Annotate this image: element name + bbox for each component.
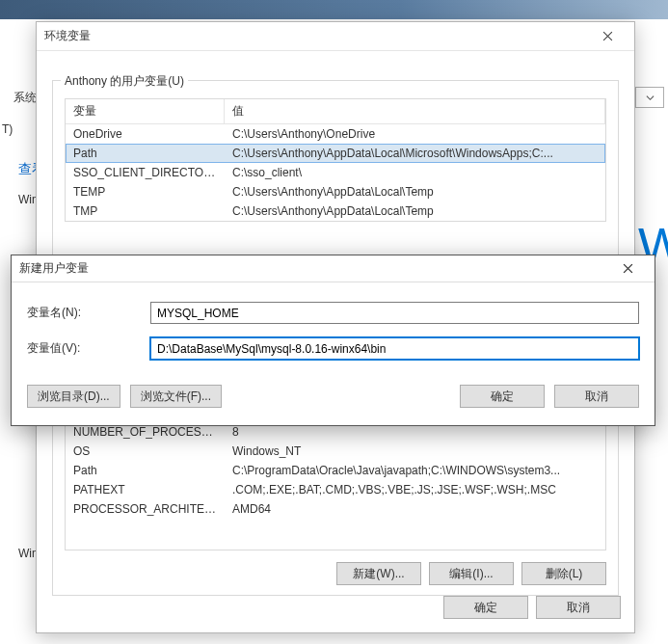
env-titlebar: 环境变量 bbox=[37, 22, 634, 51]
table-row[interactable]: PROCESSOR_ARCHITECT...AMD64 bbox=[66, 499, 605, 519]
name-label: 变量名(N): bbox=[27, 305, 150, 321]
bg-text-t: T) bbox=[2, 122, 13, 136]
env-title: 环境变量 bbox=[44, 28, 588, 44]
user-vars-group: Anthony 的用户变量(U) 变量 值 OneDriveC:\Users\A… bbox=[52, 80, 619, 282]
close-icon bbox=[602, 31, 613, 41]
desktop-top-strip bbox=[0, 0, 668, 19]
user-vars-legend: Anthony 的用户变量(U) bbox=[61, 73, 188, 90]
browse-file-button[interactable]: 浏览文件(F)... bbox=[130, 385, 222, 408]
table-row[interactable]: PathC:\ProgramData\Oracle\Java\javapath;… bbox=[66, 461, 605, 480]
col-val[interactable]: 值 bbox=[225, 99, 605, 123]
user-vars-table[interactable]: 变量 值 OneDriveC:\Users\Anthony\OneDrive P… bbox=[65, 98, 606, 222]
value-label: 变量值(V): bbox=[27, 340, 150, 357]
bg-text-system: 系统 bbox=[13, 90, 37, 106]
newvar-body: 变量名(N): 变量值(V): bbox=[12, 282, 655, 385]
variable-value-input[interactable] bbox=[150, 337, 639, 360]
system-vars-body: NUMBER_OF_PROCESSORS8 OSWindows_NT PathC… bbox=[66, 422, 605, 519]
env-ok-button[interactable]: 确定 bbox=[443, 596, 528, 619]
table-row[interactable]: OSWindows_NT bbox=[66, 442, 605, 461]
env-okcancel-row: 确定 取消 bbox=[443, 596, 621, 619]
newvar-title: 新建用户变量 bbox=[19, 260, 608, 277]
env-cancel-button[interactable]: 取消 bbox=[536, 596, 621, 619]
newvar-cancel-button[interactable]: 取消 bbox=[554, 385, 639, 408]
system-vars-table[interactable]: NUMBER_OF_PROCESSORS8 OSWindows_NT PathC… bbox=[65, 422, 606, 550]
table-row[interactable]: TEMPC:\Users\Anthony\AppData\Local\Temp bbox=[66, 182, 605, 201]
name-row: 变量名(N): bbox=[27, 302, 639, 324]
value-row: 变量值(V): bbox=[27, 337, 639, 360]
newvar-close-button[interactable] bbox=[608, 255, 647, 282]
edit-sysvar-button[interactable]: 编辑(I)... bbox=[429, 562, 514, 585]
delete-sysvar-button[interactable]: 删除(L) bbox=[521, 562, 606, 585]
table-row[interactable]: TMPC:\Users\Anthony\AppData\Local\Temp bbox=[66, 201, 605, 221]
table-row[interactable]: OneDriveC:\Users\Anthony\OneDrive bbox=[66, 124, 605, 144]
chevron-down-icon bbox=[646, 94, 655, 102]
newvar-ok-button[interactable]: 确定 bbox=[460, 385, 545, 408]
newvar-actions: 浏览目录(D)... 浏览文件(F)... 确定 取消 bbox=[12, 385, 655, 421]
table-header: 变量 值 bbox=[66, 99, 605, 124]
close-icon bbox=[623, 263, 633, 274]
table-row[interactable]: SSO_CLIENT_DIRECTORYC:\sso_client\ bbox=[66, 163, 605, 182]
system-vars-buttons: 新建(W)... 编辑(I)... 删除(L) bbox=[336, 562, 606, 585]
newvar-titlebar: 新建用户变量 bbox=[12, 255, 655, 282]
new-user-variable-dialog: 新建用户变量 变量名(N): 变量值(V): 浏览目录(D)... 浏览文件(F… bbox=[11, 255, 655, 426]
system-vars-group: NUMBER_OF_PROCESSORS8 OSWindows_NT PathC… bbox=[52, 422, 619, 596]
new-sysvar-button[interactable]: 新建(W)... bbox=[336, 562, 421, 585]
variable-name-input[interactable] bbox=[150, 302, 639, 324]
user-vars-body: OneDriveC:\Users\Anthony\OneDrive PathC:… bbox=[66, 124, 605, 221]
bg-dropdown[interactable] bbox=[635, 87, 664, 108]
env-close-button[interactable] bbox=[588, 23, 627, 50]
table-row[interactable]: PATHEXT.COM;.EXE;.BAT;.CMD;.VBS;.VBE;.JS… bbox=[66, 480, 605, 499]
col-var[interactable]: 变量 bbox=[66, 99, 225, 123]
browse-dir-button[interactable]: 浏览目录(D)... bbox=[27, 385, 120, 408]
table-row[interactable]: PathC:\Users\Anthony\AppData\Local\Micro… bbox=[66, 144, 605, 163]
